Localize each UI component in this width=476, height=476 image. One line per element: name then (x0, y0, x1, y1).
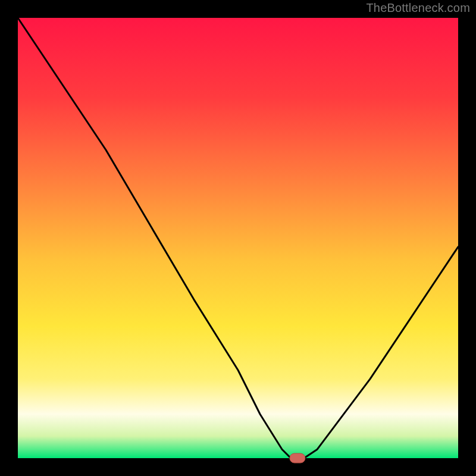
chart-plot-area (18, 18, 458, 458)
watermark-text: TheBottleneck.com (366, 1, 470, 15)
bottleneck-chart: TheBottleneck.com (0, 0, 476, 476)
chart-svg (0, 0, 476, 476)
optimal-point-marker (290, 453, 305, 463)
